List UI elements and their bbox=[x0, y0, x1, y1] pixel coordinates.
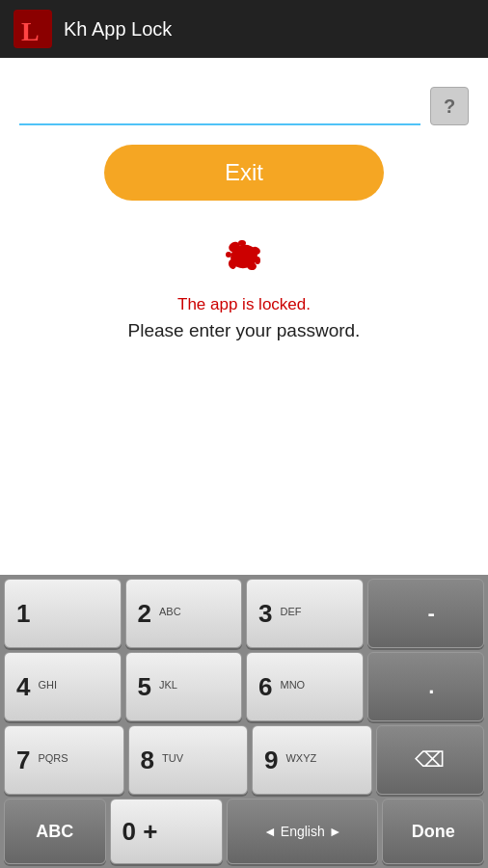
app-title: Kh App Lock bbox=[64, 18, 172, 41]
key-1[interactable]: 1 bbox=[4, 579, 122, 648]
key-6[interactable]: 6 MNO bbox=[246, 652, 364, 721]
key-dash[interactable]: - bbox=[367, 579, 485, 648]
key-9[interactable]: 9 WXYZ bbox=[252, 725, 372, 795]
lock-icon-area: The app is locked. Please enter your pas… bbox=[128, 230, 361, 341]
key-4[interactable]: 4 GHI bbox=[4, 652, 122, 721]
key-3[interactable]: 3 DEF bbox=[246, 579, 364, 648]
key-8[interactable]: 8 TUV bbox=[128, 725, 249, 795]
key-abc[interactable]: ABC bbox=[4, 799, 106, 864]
lang-left-arrow: ◄ bbox=[263, 824, 277, 839]
app-logo: L bbox=[14, 10, 52, 48]
key-language[interactable]: ◄ English ► bbox=[227, 799, 378, 864]
key-2[interactable]: 2 ABC bbox=[125, 579, 243, 648]
abc-label: ABC bbox=[36, 822, 73, 842]
lang-right-arrow: ► bbox=[329, 824, 342, 839]
key-7[interactable]: 7 PQRS bbox=[4, 725, 124, 795]
password-row: ? bbox=[19, 87, 469, 125]
help-button[interactable]: ? bbox=[430, 87, 469, 125]
password-input[interactable] bbox=[19, 91, 420, 125]
locked-text: The app is locked. bbox=[177, 295, 311, 314]
key-done[interactable]: Done bbox=[382, 799, 484, 864]
exit-button[interactable]: Exit bbox=[104, 145, 384, 201]
main-content: ? Exit The app is locked. Please enter y… bbox=[0, 58, 488, 575]
key-0[interactable]: 0 + bbox=[110, 799, 224, 864]
key-backspace[interactable]: ⌫ bbox=[376, 725, 485, 795]
svg-text:L: L bbox=[21, 16, 40, 46]
keyboard: 1 2 ABC 3 DEF - 4 GHI bbox=[0, 575, 488, 868]
key-row-3: 7 PQRS 8 TUV 9 WXYZ ⌫ bbox=[4, 725, 484, 795]
key-row-bottom: ABC 0 + ◄ English ► Done bbox=[4, 799, 484, 864]
password-prompt: Please enter your password. bbox=[128, 320, 361, 341]
svg-point-9 bbox=[226, 252, 231, 258]
key-5[interactable]: 5 JKL bbox=[125, 652, 243, 721]
language-label: English bbox=[281, 824, 325, 839]
svg-point-8 bbox=[255, 257, 260, 264]
app-header: L Kh App Lock bbox=[0, 0, 488, 58]
backspace-icon: ⌫ bbox=[415, 747, 445, 773]
blood-splat-icon bbox=[215, 230, 273, 289]
done-label: Done bbox=[412, 822, 455, 842]
key-period[interactable]: . bbox=[367, 652, 485, 721]
key-row-1: 1 2 ABC 3 DEF - bbox=[4, 579, 484, 648]
key-row-2: 4 GHI 5 JKL 6 MNO . bbox=[4, 652, 484, 721]
